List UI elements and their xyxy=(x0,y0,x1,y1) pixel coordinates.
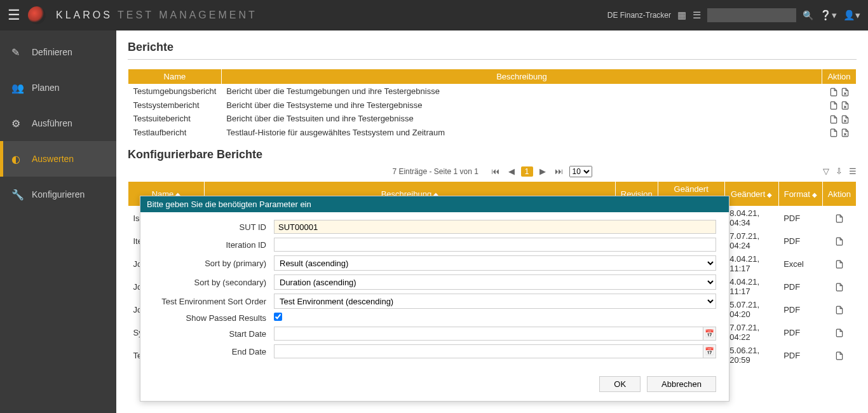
start-date-input[interactable] xyxy=(274,327,703,341)
reports-table: Name Beschreibung Aktion Testumgebungsbe… xyxy=(128,69,857,139)
pager-pagesize-select[interactable]: 10 xyxy=(569,166,592,177)
col-format[interactable]: Format◆ xyxy=(778,182,822,207)
gear-icon: ⚙ xyxy=(11,118,23,130)
sort-secondary-select[interactable]: Duration (ascending) xyxy=(274,274,716,290)
pager-next-icon[interactable]: ▶ xyxy=(537,165,548,177)
calendar-icon[interactable]: 📅 xyxy=(703,344,716,358)
wrench-icon: 🔧 xyxy=(11,189,23,201)
file-action-icon[interactable] xyxy=(834,236,845,245)
parameter-dialog: Bitte geben Sie die benötigten Parameter… xyxy=(140,196,729,402)
pdf-action-icon[interactable] xyxy=(828,100,839,110)
label-sort-secondary: Sort by (secondary) xyxy=(153,278,274,287)
pager: 7 Einträge - Seite 1 von 1 ⏮ ◀ 1 ▶ ⏭ 10 … xyxy=(128,165,857,177)
search-icon[interactable]: 🔍 xyxy=(803,10,813,20)
changed-date: 4.04.21, 11:17 xyxy=(724,252,778,275)
global-search-input[interactable] xyxy=(707,8,796,22)
list-icon[interactable]: ☰ xyxy=(693,10,701,21)
iteration-id-input[interactable] xyxy=(274,238,716,252)
format: PDF xyxy=(778,321,822,344)
file-action-icon[interactable] xyxy=(834,259,845,268)
label-show-passed: Show Passed Results xyxy=(153,313,274,323)
format: PDF xyxy=(778,298,822,321)
sidebar-item-planen[interactable]: 👥Planen xyxy=(0,70,116,105)
changed-date: 5.07.21, 04:20 xyxy=(724,298,778,321)
sidebar-item-label: Definieren xyxy=(32,47,72,57)
sut-id-input[interactable] xyxy=(274,220,716,234)
pager-prev-icon[interactable]: ◀ xyxy=(506,165,517,177)
menu-icon[interactable]: ☰ xyxy=(849,166,857,176)
report-desc: Testlauf-Historie für ausgewähltes Tests… xyxy=(221,126,822,140)
pdf-action-icon[interactable] xyxy=(828,128,839,137)
pager-last-icon[interactable]: ⏭ xyxy=(552,165,566,177)
calendar-icon[interactable]: 📅 xyxy=(703,327,716,341)
file-action-icon[interactable] xyxy=(834,304,845,314)
report-name[interactable]: Testsystembericht xyxy=(128,98,222,112)
report-name[interactable]: Testumgebungsbericht xyxy=(128,85,222,98)
user-menu-icon[interactable]: 👤▾ xyxy=(843,10,860,21)
file-action-icon[interactable] xyxy=(834,327,845,337)
sidebar-item-label: Konfigurieren xyxy=(32,189,85,200)
label-end-date: End Date xyxy=(153,347,274,356)
file-action-icon[interactable] xyxy=(834,281,845,291)
download-icon[interactable]: ⇩ xyxy=(836,166,843,176)
changed-date: 7.07.21, 04:22 xyxy=(724,321,778,344)
excel-action-icon[interactable] xyxy=(839,86,851,96)
archive-icon[interactable]: ▦ xyxy=(677,10,686,21)
sort-primary-select[interactable]: Result (ascending) xyxy=(274,255,716,271)
section-title-konfig-berichte: Konfigurierbare Berichte xyxy=(128,148,857,161)
report-desc: Bericht über die Testumgebungen und ihre… xyxy=(221,85,822,98)
excel-action-icon[interactable] xyxy=(839,128,851,137)
project-name: DE Finanz-Tracker xyxy=(607,11,671,20)
edit-icon: ✎ xyxy=(11,46,23,58)
pdf-action-icon[interactable] xyxy=(828,114,839,123)
excel-action-icon[interactable] xyxy=(839,114,851,123)
brand-secondary: TEST MANAGEMENT xyxy=(118,10,257,20)
format: Excel xyxy=(778,252,822,275)
sidebar: ✎Definieren 👥Planen ⚙Ausführen ◐Auswerte… xyxy=(0,30,116,413)
col-aktion: Aktion xyxy=(822,182,856,207)
col-aktion: Aktion xyxy=(822,69,857,85)
report-name[interactable]: Testsuitebericht xyxy=(128,112,222,126)
menu-toggle-icon[interactable]: ☰ xyxy=(8,7,20,24)
pager-current: 1 xyxy=(521,166,533,177)
changed-date: 4.04.21, 11:17 xyxy=(724,275,778,298)
sidebar-item-auswerten[interactable]: ◐Auswerten xyxy=(0,141,116,177)
help-icon[interactable]: ❔▾ xyxy=(820,10,837,21)
label-env-sort: Test Environment Sort Order xyxy=(153,297,274,306)
pie-chart-icon: ◐ xyxy=(11,153,23,165)
format: PDF xyxy=(778,275,822,298)
brand-primary: KLAROS xyxy=(56,10,112,20)
file-action-icon[interactable] xyxy=(834,350,845,360)
changed-date: 7.07.21, 04:24 xyxy=(724,229,778,252)
report-desc: Bericht über die Testsysteme und ihre Te… xyxy=(221,98,822,112)
changed-date: 8.04.21, 04:34 xyxy=(724,207,778,230)
sidebar-item-ausfuehren[interactable]: ⚙Ausführen xyxy=(0,105,116,141)
col-desc[interactable]: Beschreibung xyxy=(221,69,822,85)
show-passed-checkbox[interactable] xyxy=(274,313,282,321)
col-changed[interactable]: Geändert◆ xyxy=(724,182,778,207)
filter-icon[interactable]: ▽ xyxy=(823,166,829,176)
ok-button[interactable]: OK xyxy=(599,376,641,392)
label-start-date: Start Date xyxy=(153,329,274,339)
sidebar-item-label: Ausführen xyxy=(32,118,72,128)
env-sort-select[interactable]: Test Environment (descending) xyxy=(274,294,716,309)
pager-first-icon[interactable]: ⏮ xyxy=(489,165,502,177)
brand: KLAROS TEST MANAGEMENT xyxy=(56,10,257,21)
sidebar-item-definieren[interactable]: ✎Definieren xyxy=(0,34,116,70)
excel-action-icon[interactable] xyxy=(839,100,851,110)
section-title-berichte: Berichte xyxy=(128,41,857,54)
label-sort-primary: Sort by (primary) xyxy=(153,259,274,268)
logo xyxy=(28,6,46,24)
end-date-input[interactable] xyxy=(274,344,703,358)
sidebar-item-label: Planen xyxy=(32,83,60,93)
report-desc: Bericht über die Testsuiten und ihre Tes… xyxy=(221,112,822,126)
col-name[interactable]: Name xyxy=(128,69,222,85)
format: PDF xyxy=(778,207,822,230)
sidebar-item-konfigurieren[interactable]: 🔧Konfigurieren xyxy=(0,177,116,212)
cancel-button[interactable]: Abbrechen xyxy=(647,376,716,392)
pdf-action-icon[interactable] xyxy=(828,86,839,96)
file-action-icon[interactable] xyxy=(834,213,845,222)
sidebar-item-label: Auswerten xyxy=(32,154,74,164)
label-iteration-id: Iteration ID xyxy=(153,240,274,250)
report-name[interactable]: Testlaufbericht xyxy=(128,126,222,140)
